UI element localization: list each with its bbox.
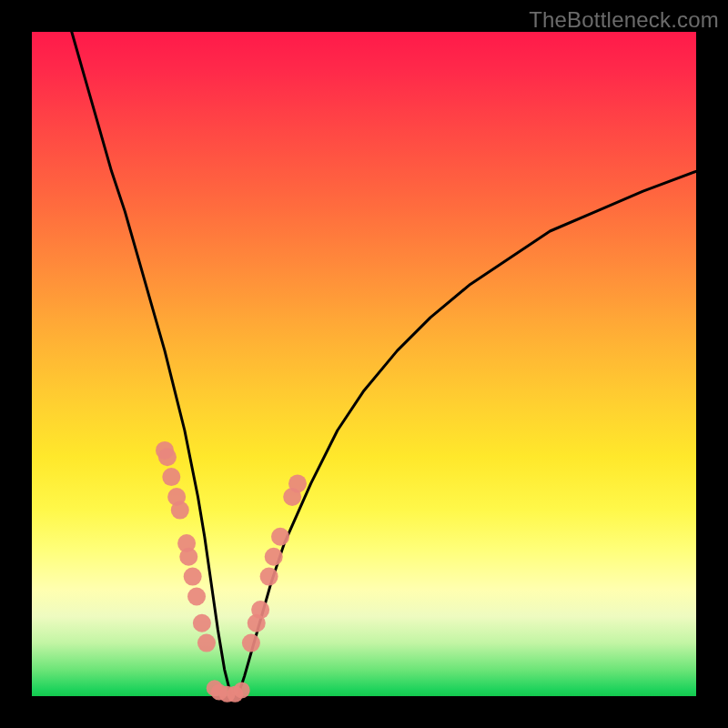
chart-svg: [32, 32, 696, 696]
marker-dots: [156, 441, 307, 703]
svg-point-9: [193, 614, 211, 632]
svg-point-2: [162, 468, 180, 486]
svg-point-14: [260, 568, 278, 586]
watermark-label: TheBottleneck.com: [529, 7, 719, 33]
svg-point-18: [288, 474, 307, 492]
svg-point-7: [184, 568, 202, 586]
svg-point-1: [158, 448, 177, 466]
svg-point-13: [251, 601, 269, 619]
svg-point-11: [242, 634, 260, 652]
chart-frame: TheBottleneck.com: [0, 0, 728, 728]
bottleneck-curve: [72, 32, 696, 696]
svg-point-4: [171, 501, 189, 520]
svg-point-16: [271, 528, 289, 546]
chart-plot-area: [32, 32, 696, 696]
svg-point-15: [265, 548, 283, 566]
svg-point-23: [234, 682, 250, 698]
svg-point-10: [197, 634, 216, 652]
svg-point-6: [179, 548, 197, 566]
svg-point-8: [187, 588, 206, 606]
